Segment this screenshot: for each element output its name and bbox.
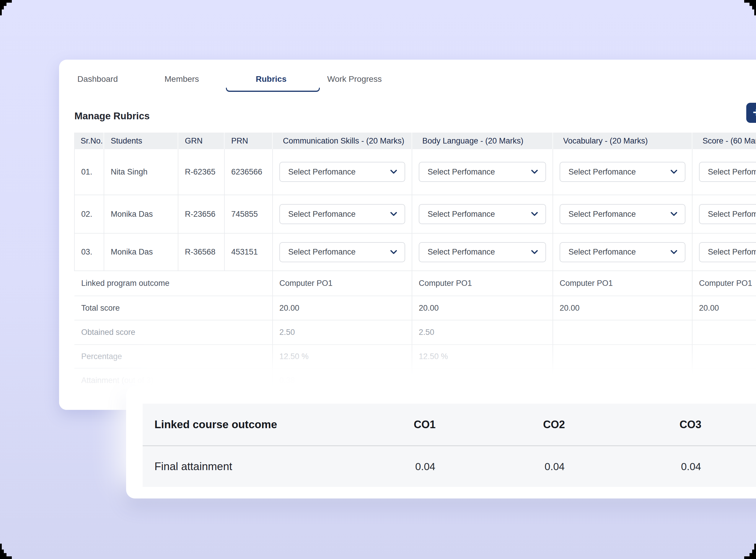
footer-value: 20.00 — [412, 296, 553, 320]
cell-body-language: Select Perfomance — [412, 233, 553, 271]
final-attainment-value-co1: 0.04 — [415, 446, 435, 487]
tab-dashboard[interactable]: Dashboard — [77, 71, 118, 87]
chevron-down-icon — [671, 170, 677, 174]
performance-select[interactable]: Select Perfomance — [280, 204, 405, 224]
cell-srno: 03. — [74, 233, 104, 271]
screen-corner-bottom-right — [741, 544, 756, 559]
col-header-srno: Sr.No. — [74, 133, 104, 149]
cell-body-language: Select Perfomance — [412, 195, 553, 233]
chevron-down-icon — [391, 212, 397, 216]
footer-value — [692, 345, 756, 368]
chevron-down-icon — [531, 170, 538, 174]
outcome-col-co3: CO3 — [680, 404, 702, 445]
cell-student: Monika Das — [104, 195, 178, 233]
performance-select-label: Select Perfomance — [569, 247, 636, 256]
performance-select[interactable]: Select Perfomance — [419, 242, 546, 262]
chevron-down-icon — [531, 250, 538, 254]
performance-select-label: Select Perfomance — [708, 210, 756, 219]
course-outcome-table: Linked course outcome CO1 CO2 CO3 Final … — [142, 404, 756, 487]
col-header-body-language: Body Language - (20 Marks) — [412, 133, 553, 149]
footer-value: 12.50 % — [412, 345, 553, 368]
performance-select-label: Select Perfomance — [288, 247, 356, 256]
footer-label-total-score: Total score — [74, 296, 273, 320]
footer-value: Computer PO1 — [273, 271, 412, 296]
outcome-col-co1: CO1 — [414, 404, 436, 445]
footer-value: Computer PO1 — [412, 271, 553, 296]
performance-select-label: Select Perfomance — [708, 167, 756, 177]
cell-communication: Select Perfomance — [273, 195, 412, 233]
cell-grn: R-36568 — [178, 233, 225, 271]
performance-select[interactable]: Select Perfomance — [699, 204, 756, 224]
footer-value: 20.00 — [553, 296, 692, 320]
col-header-vocabulary: Vocabulary - (20 Marks) — [553, 133, 692, 149]
footer-value: 2.50 — [273, 320, 412, 345]
cell-vocabulary: Select Perfomance — [553, 149, 692, 195]
performance-select-label: Select Perfomance — [428, 210, 495, 219]
col-header-grn: GRN — [178, 133, 225, 149]
performance-select[interactable]: Select Perfomance — [699, 242, 756, 262]
performance-select[interactable]: Select Perfomance — [699, 162, 756, 182]
screen-corner-top-right — [741, 0, 756, 15]
page-title: Manage Rubrics — [74, 110, 150, 122]
rubrics-table: Sr.No. Students GRN PRN Communication Sk… — [74, 133, 756, 393]
performance-select[interactable]: Select Perfomance — [280, 242, 405, 262]
screen-corner-bottom-left — [0, 544, 15, 559]
cell-grn: R-23656 — [178, 195, 225, 233]
outcome-col-co2: CO2 — [543, 404, 565, 445]
footer-value — [692, 320, 756, 345]
tab-members[interactable]: Members — [164, 71, 199, 87]
cell-srno: 02. — [74, 195, 104, 233]
cell-vocabulary: Select Perfomance — [553, 233, 692, 271]
footer-value — [553, 345, 692, 368]
cell-vocabulary: Select Perfomance — [553, 195, 692, 233]
outcome-header-label: Linked course outcome — [154, 404, 277, 445]
cell-prn: 453151 — [225, 233, 273, 271]
cell-prn: 6236566 — [225, 149, 273, 195]
cell-srno: 01. — [74, 149, 104, 195]
performance-select-label: Select Perfomance — [569, 210, 636, 219]
final-attainment-value-co3: 0.04 — [681, 446, 701, 487]
footer-label-percentage: Percentage — [74, 345, 273, 368]
performance-select[interactable]: Select Perfomance — [560, 204, 685, 224]
footer-value: Computer PO1 — [692, 271, 756, 296]
performance-select-label: Select Perfomance — [288, 167, 356, 177]
chevron-down-icon — [671, 212, 677, 216]
performance-select[interactable]: Select Perfomance — [280, 162, 405, 182]
cell-communication: Select Perfomance — [273, 233, 412, 271]
footer-label-obtained-score: Obtained score — [74, 320, 273, 345]
footer-value: Computer PO1 — [553, 271, 692, 296]
outcome-divider — [142, 445, 756, 446]
cell-grn: R-62365 — [178, 149, 225, 195]
cell-score: Select Perfomance — [692, 233, 756, 271]
performance-select[interactable]: Select Perfomance — [419, 162, 546, 182]
final-attainment-value-co2: 0.04 — [544, 446, 565, 487]
col-header-prn: PRN — [225, 133, 273, 149]
chevron-down-icon — [531, 212, 538, 216]
chevron-down-icon — [391, 250, 397, 254]
screen-corner-top-left — [0, 0, 15, 15]
footer-value: 20.00 — [692, 296, 756, 320]
add-rubric-button[interactable]: + — [746, 103, 756, 123]
chevron-down-icon — [391, 170, 397, 174]
plus-icon: + — [753, 103, 756, 122]
footer-label-linked-program-outcome: Linked program outcome — [74, 271, 273, 296]
active-tab-underline — [226, 88, 320, 92]
cell-body-language: Select Perfomance — [412, 149, 553, 195]
performance-select-label: Select Perfomance — [569, 167, 636, 177]
tab-rubrics[interactable]: Rubrics — [256, 71, 286, 87]
cell-student: Monika Das — [104, 233, 178, 271]
footer-value — [553, 320, 692, 345]
performance-select[interactable]: Select Perfomance — [560, 242, 685, 262]
cell-student: Nita Singh — [104, 149, 178, 195]
footer-value: 12.50 % — [273, 345, 412, 368]
footer-value: 2.50 — [412, 320, 553, 345]
final-attainment-label: Final attainment — [154, 446, 232, 487]
col-header-students: Students — [104, 133, 178, 149]
performance-select[interactable]: Select Perfomance — [560, 162, 685, 182]
tab-work-progress[interactable]: Work Progress — [327, 71, 382, 87]
cell-prn: 745855 — [225, 195, 273, 233]
performance-select-label: Select Perfomance — [708, 247, 756, 256]
cell-score: Select Perfomance — [692, 195, 756, 233]
performance-select-label: Select Perfomance — [428, 167, 495, 177]
performance-select[interactable]: Select Perfomance — [419, 204, 546, 224]
